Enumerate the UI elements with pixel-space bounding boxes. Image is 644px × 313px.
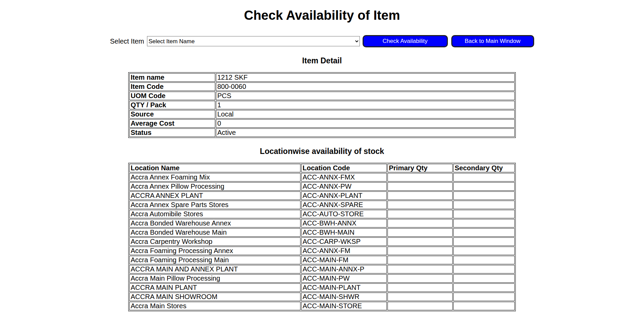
item-detail-value: 0 — [216, 119, 515, 128]
item-detail-value: 1 — [216, 101, 515, 109]
item-detail-label: QTY / Pack — [129, 101, 215, 109]
location-name-cell: Accra Annex Spare Parts Stores — [129, 201, 301, 209]
secondary-qty-cell — [453, 228, 515, 237]
secondary-qty-cell — [453, 210, 515, 218]
primary-qty-cell — [387, 237, 453, 246]
location-name-cell: Accra Bonded Warehouse Main — [129, 228, 301, 237]
location-code-cell: ACC-BWH-MAIN — [301, 228, 387, 237]
stock-row: ACCRA MAIN PLANTACC-MAIN-PLANT — [129, 283, 515, 292]
location-code-cell: ACC-ANNX-FMX — [301, 173, 387, 182]
stock-row: Accra Automibile StoresACC-AUTO-STORE — [129, 210, 515, 218]
secondary-qty-cell — [453, 191, 515, 200]
check-availability-button[interactable]: Check Availability — [363, 35, 448, 47]
primary-qty-cell — [387, 219, 453, 228]
primary-qty-cell — [387, 302, 453, 310]
primary-qty-cell — [387, 283, 453, 292]
location-name-cell: ACCRA MAIN PLANT — [129, 283, 301, 292]
primary-qty-cell — [387, 191, 453, 200]
item-detail-value: PCS — [216, 92, 515, 100]
stock-row: Accra Bonded Warehouse MainACC-BWH-MAIN — [129, 228, 515, 237]
check-availability-page: Check Availability of Item Select Item S… — [0, 0, 644, 313]
location-name-cell: Accra Main Pillow Processing — [129, 274, 301, 283]
item-detail-row: UOM CodePCS — [129, 92, 515, 100]
item-detail-row: QTY / Pack1 — [129, 101, 515, 109]
location-name-cell: Accra Annex Pillow Processing — [129, 182, 301, 191]
stock-row: Accra Annex Foaming MixACC-ANNX-FMX — [129, 173, 515, 182]
secondary-qty-cell — [453, 302, 515, 310]
stock-row: ACCRA MAIN AND ANNEX PLANTACC-MAIN-ANNX-… — [129, 265, 515, 273]
item-detail-row: StatusActive — [129, 128, 515, 137]
item-detail-row: Average Cost0 — [129, 119, 515, 128]
location-name-cell: Accra Foaming Processing Annex — [129, 247, 301, 255]
stock-row: Accra Bonded Warehouse AnnexACC-BWH-ANNX — [129, 219, 515, 228]
item-detail-label: Item Code — [129, 82, 215, 91]
primary-qty-cell — [387, 256, 453, 264]
column-header: Location Code — [301, 164, 387, 172]
column-header: Secondary Qty — [453, 164, 515, 172]
location-code-cell: ACC-MAIN-STORE — [301, 302, 387, 310]
location-code-cell: ACC-MAIN-FM — [301, 256, 387, 264]
location-name-cell: Accra Foaming Processing Main — [129, 256, 301, 264]
item-detail-table: Item name1212 SKFItem Code800-0060UOM Co… — [128, 72, 516, 138]
stock-row: Accra Main Pillow ProcessingACC-MAIN-PW — [129, 274, 515, 283]
select-item-label: Select Item — [110, 37, 144, 45]
item-select-row: Select Item Select Item Name Check Avail… — [0, 35, 644, 47]
stock-row: Accra Foaming Processing AnnexACC-ANNX-F… — [129, 247, 515, 255]
stock-row: Accra Carpentry WorkshopACC-CARP-WKSP — [129, 237, 515, 246]
location-code-cell: ACC-MAIN-ANNX-P — [301, 265, 387, 273]
stock-header-row: Location NameLocation CodePrimary QtySec… — [129, 164, 515, 172]
item-detail-label: Average Cost — [129, 119, 215, 128]
primary-qty-cell — [387, 293, 453, 301]
item-detail-body: Item name1212 SKFItem Code800-0060UOM Co… — [129, 73, 515, 137]
back-to-main-window-button[interactable]: Back to Main Window — [451, 35, 534, 47]
item-detail-label: Source — [129, 110, 215, 119]
location-code-cell: ACC-BWH-ANNX — [301, 219, 387, 228]
item-detail-heading: Item Detail — [0, 56, 644, 65]
secondary-qty-cell — [453, 237, 515, 246]
column-header: Primary Qty — [387, 164, 453, 172]
item-detail-row: Item name1212 SKF — [129, 73, 515, 82]
location-name-cell: Accra Annex Foaming Mix — [129, 173, 301, 182]
primary-qty-cell — [387, 210, 453, 218]
location-code-cell: ACC-MAIN-SHWR — [301, 293, 387, 301]
stock-row: Accra Foaming Processing MainACC-MAIN-FM — [129, 256, 515, 264]
item-detail-row: Item Code800-0060 — [129, 82, 515, 91]
stock-heading: Locationwise availability of stock — [0, 147, 644, 156]
stock-row: Accra Main StoresACC-MAIN-STORE — [129, 302, 515, 310]
column-header: Location Name — [129, 164, 301, 172]
primary-qty-cell — [387, 228, 453, 237]
item-detail-value: Active — [216, 128, 515, 137]
page-title: Check Availability of Item — [0, 8, 644, 23]
location-name-cell: ACCRA MAIN AND ANNEX PLANT — [129, 265, 301, 273]
item-detail-value: 800-0060 — [216, 82, 515, 91]
primary-qty-cell — [387, 173, 453, 182]
secondary-qty-cell — [453, 283, 515, 292]
item-detail-value: Local — [216, 110, 515, 119]
location-name-cell: ACCRA MAIN SHOWROOM — [129, 293, 301, 301]
location-code-cell: ACC-MAIN-PLANT — [301, 283, 387, 292]
secondary-qty-cell — [453, 274, 515, 283]
secondary-qty-cell — [453, 247, 515, 255]
secondary-qty-cell — [453, 201, 515, 209]
item-detail-label: Status — [129, 128, 215, 137]
location-code-cell: ACC-MAIN-PW — [301, 274, 387, 283]
location-code-cell: ACC-ANNX-FM — [301, 247, 387, 255]
stock-table: Location NameLocation CodePrimary QtySec… — [128, 163, 516, 311]
primary-qty-cell — [387, 274, 453, 283]
stock-row: ACCRA MAIN SHOWROOMACC-MAIN-SHWR — [129, 293, 515, 301]
location-code-cell: ACC-ANNX-PW — [301, 182, 387, 191]
item-select[interactable]: Select Item Name — [147, 36, 360, 46]
secondary-qty-cell — [453, 293, 515, 301]
secondary-qty-cell — [453, 219, 515, 228]
item-detail-row: SourceLocal — [129, 110, 515, 119]
location-code-cell: ACC-CARP-WKSP — [301, 237, 387, 246]
stock-row: Accra Annex Spare Parts StoresACC-ANNX-S… — [129, 201, 515, 209]
location-name-cell: Accra Automibile Stores — [129, 210, 301, 218]
location-name-cell: Accra Carpentry Workshop — [129, 237, 301, 246]
item-detail-value: 1212 SKF — [216, 73, 515, 82]
secondary-qty-cell — [453, 173, 515, 182]
secondary-qty-cell — [453, 182, 515, 191]
location-name-cell: Accra Bonded Warehouse Annex — [129, 219, 301, 228]
item-detail-label: Item name — [129, 73, 215, 82]
location-name-cell: ACCRA ANNEX PLANT — [129, 191, 301, 200]
